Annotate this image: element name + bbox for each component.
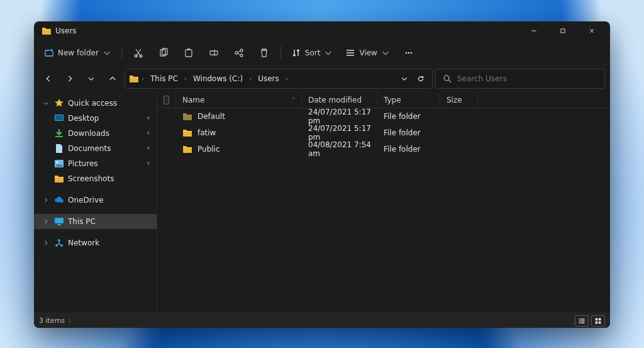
rename-button[interactable] bbox=[203, 44, 225, 62]
collapse-icon[interactable] bbox=[43, 100, 50, 106]
sidebar-item-screenshots[interactable]: Screenshots bbox=[34, 171, 157, 186]
window-title: Users bbox=[55, 26, 77, 35]
column-header-name[interactable]: Name ˄ bbox=[176, 92, 302, 108]
expand-icon[interactable] bbox=[43, 218, 50, 225]
sidebar-item-label: Network bbox=[68, 239, 99, 247]
copy-button[interactable] bbox=[152, 44, 175, 62]
file-list[interactable]: Default 24/07/2021 5:17 pm File folder f… bbox=[157, 108, 610, 313]
chevron-down-icon bbox=[103, 48, 111, 57]
sidebar-item-network[interactable]: Network bbox=[34, 235, 157, 250]
file-explorer-window: Users New folder Sort View bbox=[34, 21, 610, 328]
status-bar: 3 items | bbox=[34, 313, 610, 328]
address-history-button[interactable] bbox=[397, 71, 412, 86]
pin-icon bbox=[145, 160, 152, 167]
large-icons-view-button[interactable] bbox=[591, 315, 605, 327]
picture-icon bbox=[54, 159, 64, 169]
share-icon bbox=[234, 48, 244, 58]
chevron-right-icon[interactable]: › bbox=[183, 76, 188, 82]
rename-icon bbox=[209, 48, 219, 58]
address-bar[interactable]: › This PC › Windows (C:) › Users › bbox=[125, 69, 433, 89]
column-header-date[interactable]: Date modified bbox=[302, 92, 377, 108]
sidebar-item-label: Quick access bbox=[68, 99, 117, 108]
search-box[interactable] bbox=[435, 69, 605, 89]
search-icon bbox=[442, 74, 452, 84]
expand-icon[interactable] bbox=[43, 197, 50, 203]
up-button[interactable] bbox=[103, 69, 122, 88]
sort-label: Sort bbox=[305, 48, 321, 57]
sidebar-item-label: Documents bbox=[68, 144, 111, 153]
forward-button[interactable] bbox=[60, 69, 79, 88]
toolbar-divider bbox=[280, 46, 281, 60]
new-icon bbox=[44, 48, 54, 58]
file-row[interactable]: fatiw 24/07/2021 5:17 pm File folder bbox=[157, 125, 610, 141]
sidebar-item-desktop[interactable]: Desktop bbox=[34, 111, 157, 126]
cut-button[interactable] bbox=[127, 44, 150, 62]
recent-locations-button[interactable] bbox=[82, 69, 101, 88]
file-name: Public bbox=[197, 145, 220, 154]
sidebar-item-quick-access[interactable]: Quick access bbox=[34, 96, 157, 111]
network-icon bbox=[54, 238, 64, 248]
desktop-icon bbox=[54, 113, 64, 123]
sidebar-item-documents[interactable]: Documents bbox=[34, 141, 157, 156]
details-view-button[interactable] bbox=[575, 315, 589, 327]
sidebar-item-onedrive[interactable]: OneDrive bbox=[34, 193, 157, 208]
chevron-right-icon[interactable]: › bbox=[284, 76, 289, 82]
sidebar-item-label: Pictures bbox=[68, 159, 98, 168]
chevron-right-icon[interactable]: › bbox=[248, 76, 253, 82]
close-button[interactable] bbox=[577, 21, 606, 40]
sidebar-item-label: Downloads bbox=[68, 129, 109, 138]
share-button[interactable] bbox=[228, 44, 250, 62]
address-folder-icon bbox=[129, 74, 139, 84]
sidebar-item-label: OneDrive bbox=[68, 196, 103, 205]
folder-icon bbox=[54, 174, 64, 184]
document-icon bbox=[54, 143, 64, 154]
file-date: 04/08/2021 7:54 am bbox=[302, 141, 377, 157]
delete-button[interactable] bbox=[253, 44, 275, 62]
more-menu-button[interactable] bbox=[397, 44, 420, 62]
sort-menu-button[interactable]: Sort bbox=[286, 44, 338, 62]
paste-icon bbox=[184, 48, 194, 58]
new-label: New folder bbox=[58, 48, 99, 57]
command-toolbar: New folder Sort View bbox=[34, 40, 610, 65]
refresh-button[interactable] bbox=[413, 71, 428, 86]
select-all-checkbox[interactable] bbox=[157, 92, 176, 108]
column-header-type[interactable]: Type bbox=[377, 92, 440, 108]
sidebar-item-downloads[interactable]: Downloads bbox=[34, 126, 157, 141]
minimize-button[interactable] bbox=[519, 21, 548, 40]
file-row[interactable]: Default 24/07/2021 5:17 pm File folder bbox=[157, 108, 610, 125]
file-type: File folder bbox=[377, 108, 440, 125]
breadcrumb-item[interactable]: Windows (C:) bbox=[189, 72, 247, 86]
sidebar-item-label: Screenshots bbox=[68, 174, 114, 183]
more-icon bbox=[404, 48, 414, 58]
chevron-right-icon[interactable]: › bbox=[140, 76, 145, 82]
sort-indicator-icon: ˄ bbox=[292, 97, 296, 103]
maximize-button[interactable] bbox=[548, 21, 577, 40]
new-menu-button[interactable]: New folder bbox=[39, 44, 116, 62]
sidebar-item-this-pc[interactable]: This PC bbox=[34, 214, 157, 229]
breadcrumb-item[interactable]: This PC bbox=[147, 72, 182, 86]
back-button[interactable] bbox=[39, 69, 58, 88]
search-input[interactable] bbox=[457, 74, 598, 83]
view-icon bbox=[345, 48, 355, 58]
navigation-pane: Quick access Desktop Downloads Documents… bbox=[34, 92, 157, 313]
navigation-row: › This PC › Windows (C:) › Users › bbox=[34, 65, 610, 92]
breadcrumb-item[interactable]: Users bbox=[254, 72, 283, 86]
file-date: 24/07/2021 5:17 pm bbox=[302, 125, 377, 141]
sidebar-item-pictures[interactable]: Pictures bbox=[34, 156, 157, 171]
column-header-size[interactable]: Size bbox=[440, 92, 478, 108]
chevron-down-icon bbox=[324, 48, 333, 57]
file-type: File folder bbox=[377, 125, 440, 141]
star-icon bbox=[54, 98, 64, 108]
title-folder-icon bbox=[42, 26, 52, 36]
paste-button[interactable] bbox=[177, 44, 200, 62]
delete-icon bbox=[259, 48, 269, 58]
pin-icon bbox=[145, 145, 152, 152]
pin-icon bbox=[145, 115, 152, 121]
expand-icon[interactable] bbox=[43, 240, 50, 246]
title-bar[interactable]: Users bbox=[34, 21, 610, 40]
view-label: View bbox=[359, 48, 377, 57]
sort-icon bbox=[291, 48, 301, 58]
folder-icon bbox=[182, 111, 192, 121]
view-menu-button[interactable]: View bbox=[340, 44, 394, 62]
file-row[interactable]: Public 04/08/2021 7:54 am File folder bbox=[157, 141, 610, 157]
